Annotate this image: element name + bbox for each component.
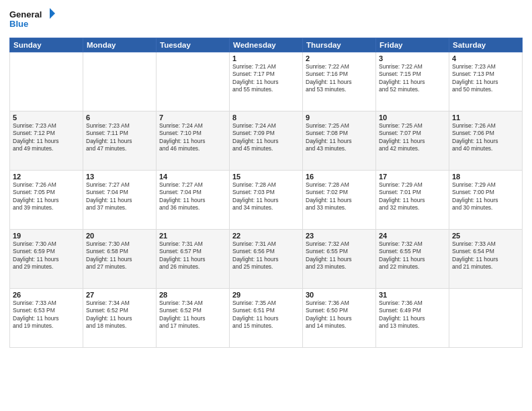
logo: General Blue xyxy=(9,7,56,34)
day-info: Sunrise: 7:23 AM Sunset: 7:13 PM Dayligh… xyxy=(452,63,519,94)
day-number: 18 xyxy=(452,173,519,181)
day-number: 29 xyxy=(232,291,300,299)
day-number: 3 xyxy=(379,54,446,62)
day-info: Sunrise: 7:23 AM Sunset: 7:12 PM Dayligh… xyxy=(13,122,80,153)
calendar-cell: 31Sunrise: 7:36 AM Sunset: 6:49 PM Dayli… xyxy=(376,289,449,348)
day-number: 23 xyxy=(306,232,373,240)
day-number: 5 xyxy=(13,113,80,122)
day-info: Sunrise: 7:25 AM Sunset: 7:08 PM Dayligh… xyxy=(306,122,373,153)
calendar-week-3: 12Sunrise: 7:26 AM Sunset: 7:05 PM Dayli… xyxy=(10,171,523,230)
day-info: Sunrise: 7:29 AM Sunset: 7:00 PM Dayligh… xyxy=(452,181,519,212)
calendar-cell: 16Sunrise: 7:28 AM Sunset: 7:02 PM Dayli… xyxy=(303,171,376,230)
day-number: 28 xyxy=(159,291,226,299)
calendar-cell: 7Sunrise: 7:24 AM Sunset: 7:10 PM Daylig… xyxy=(157,111,230,171)
calendar-cell: 6Sunrise: 7:23 AM Sunset: 7:11 PM Daylig… xyxy=(83,111,157,171)
day-info: Sunrise: 7:22 AM Sunset: 7:15 PM Dayligh… xyxy=(379,63,446,94)
day-number: 10 xyxy=(379,113,446,122)
day-info: Sunrise: 7:33 AM Sunset: 6:53 PM Dayligh… xyxy=(13,300,80,330)
calendar-cell: 9Sunrise: 7:25 AM Sunset: 7:08 PM Daylig… xyxy=(303,111,376,171)
day-info: Sunrise: 7:26 AM Sunset: 7:06 PM Dayligh… xyxy=(452,122,519,153)
calendar-cell: 29Sunrise: 7:35 AM Sunset: 6:51 PM Dayli… xyxy=(230,289,303,348)
day-info: Sunrise: 7:24 AM Sunset: 7:10 PM Dayligh… xyxy=(159,122,226,153)
day-info: Sunrise: 7:33 AM Sunset: 6:54 PM Dayligh… xyxy=(452,240,519,271)
day-info: Sunrise: 7:34 AM Sunset: 6:52 PM Dayligh… xyxy=(159,300,226,330)
calendar-week-5: 26Sunrise: 7:33 AM Sunset: 6:53 PM Dayli… xyxy=(10,289,523,348)
day-number: 7 xyxy=(159,113,226,122)
calendar-week-2: 5Sunrise: 7:23 AM Sunset: 7:12 PM Daylig… xyxy=(10,111,523,171)
calendar-cell xyxy=(157,52,230,111)
calendar: SundayMondayTuesdayWednesdayThursdayFrid… xyxy=(9,38,523,348)
calendar-cell: 13Sunrise: 7:27 AM Sunset: 7:04 PM Dayli… xyxy=(83,171,157,230)
calendar-cell: 24Sunrise: 7:32 AM Sunset: 6:55 PM Dayli… xyxy=(376,230,449,289)
day-info: Sunrise: 7:36 AM Sunset: 6:50 PM Dayligh… xyxy=(306,300,373,330)
calendar-cell: 4Sunrise: 7:23 AM Sunset: 7:13 PM Daylig… xyxy=(449,52,523,111)
calendar-cell: 22Sunrise: 7:31 AM Sunset: 6:56 PM Dayli… xyxy=(230,230,303,289)
calendar-cell: 19Sunrise: 7:30 AM Sunset: 6:59 PM Dayli… xyxy=(10,230,83,289)
day-info: Sunrise: 7:30 AM Sunset: 6:59 PM Dayligh… xyxy=(13,240,80,271)
day-number: 6 xyxy=(86,113,153,122)
day-info: Sunrise: 7:28 AM Sunset: 7:02 PM Dayligh… xyxy=(306,181,373,212)
day-header-monday: Monday xyxy=(83,38,157,52)
day-info: Sunrise: 7:21 AM Sunset: 7:17 PM Dayligh… xyxy=(232,63,300,94)
day-info: Sunrise: 7:35 AM Sunset: 6:51 PM Dayligh… xyxy=(232,300,300,330)
day-header-thursday: Thursday xyxy=(303,38,376,52)
calendar-cell: 23Sunrise: 7:32 AM Sunset: 6:55 PM Dayli… xyxy=(303,230,376,289)
calendar-cell xyxy=(10,52,83,111)
day-number: 16 xyxy=(306,173,373,181)
day-number: 4 xyxy=(452,54,519,62)
calendar-cell: 21Sunrise: 7:31 AM Sunset: 6:57 PM Dayli… xyxy=(157,230,230,289)
calendar-cell: 26Sunrise: 7:33 AM Sunset: 6:53 PM Dayli… xyxy=(10,289,83,348)
calendar-header-row: SundayMondayTuesdayWednesdayThursdayFrid… xyxy=(10,38,523,52)
day-number: 20 xyxy=(86,232,153,240)
day-info: Sunrise: 7:24 AM Sunset: 7:09 PM Dayligh… xyxy=(232,122,300,153)
calendar-cell: 1Sunrise: 7:21 AM Sunset: 7:17 PM Daylig… xyxy=(230,52,303,111)
day-number: 25 xyxy=(452,232,519,240)
day-number: 14 xyxy=(159,173,226,181)
day-number: 11 xyxy=(452,113,519,122)
day-info: Sunrise: 7:22 AM Sunset: 7:16 PM Dayligh… xyxy=(306,63,373,94)
calendar-cell: 11Sunrise: 7:26 AM Sunset: 7:06 PM Dayli… xyxy=(449,111,523,171)
day-number: 13 xyxy=(86,173,153,181)
svg-marker-2 xyxy=(50,8,55,19)
calendar-cell: 5Sunrise: 7:23 AM Sunset: 7:12 PM Daylig… xyxy=(10,111,83,171)
day-number: 17 xyxy=(379,173,446,181)
day-number: 9 xyxy=(306,113,373,122)
day-number: 8 xyxy=(232,113,300,122)
calendar-cell: 3Sunrise: 7:22 AM Sunset: 7:15 PM Daylig… xyxy=(376,52,449,111)
day-header-friday: Friday xyxy=(376,38,449,52)
day-info: Sunrise: 7:36 AM Sunset: 6:49 PM Dayligh… xyxy=(379,300,446,330)
header: General Blue xyxy=(9,7,523,34)
calendar-cell: 8Sunrise: 7:24 AM Sunset: 7:09 PM Daylig… xyxy=(230,111,303,171)
calendar-cell: 25Sunrise: 7:33 AM Sunset: 6:54 PM Dayli… xyxy=(449,230,523,289)
day-info: Sunrise: 7:27 AM Sunset: 7:04 PM Dayligh… xyxy=(159,181,226,212)
day-info: Sunrise: 7:30 AM Sunset: 6:58 PM Dayligh… xyxy=(86,240,153,271)
day-number: 2 xyxy=(306,54,373,62)
day-number: 21 xyxy=(159,232,226,240)
calendar-cell: 2Sunrise: 7:22 AM Sunset: 7:16 PM Daylig… xyxy=(303,52,376,111)
day-number: 19 xyxy=(13,232,80,240)
page: General Blue SundayMondayTuesdayWednesda… xyxy=(0,0,532,411)
calendar-cell: 10Sunrise: 7:25 AM Sunset: 7:07 PM Dayli… xyxy=(376,111,449,171)
day-number: 27 xyxy=(86,291,153,299)
calendar-week-4: 19Sunrise: 7:30 AM Sunset: 6:59 PM Dayli… xyxy=(10,230,523,289)
day-info: Sunrise: 7:32 AM Sunset: 6:55 PM Dayligh… xyxy=(379,240,446,271)
day-info: Sunrise: 7:23 AM Sunset: 7:11 PM Dayligh… xyxy=(86,122,153,153)
day-info: Sunrise: 7:34 AM Sunset: 6:52 PM Dayligh… xyxy=(86,300,153,330)
day-info: Sunrise: 7:25 AM Sunset: 7:07 PM Dayligh… xyxy=(379,122,446,153)
day-number: 26 xyxy=(13,291,80,299)
day-info: Sunrise: 7:26 AM Sunset: 7:05 PM Dayligh… xyxy=(13,181,80,212)
svg-text:General: General xyxy=(9,9,42,19)
day-header-sunday: Sunday xyxy=(10,38,83,52)
day-info: Sunrise: 7:29 AM Sunset: 7:01 PM Dayligh… xyxy=(379,181,446,212)
calendar-cell: 15Sunrise: 7:28 AM Sunset: 7:03 PM Dayli… xyxy=(230,171,303,230)
calendar-cell: 17Sunrise: 7:29 AM Sunset: 7:01 PM Dayli… xyxy=(376,171,449,230)
calendar-week-1: 1Sunrise: 7:21 AM Sunset: 7:17 PM Daylig… xyxy=(10,52,523,111)
day-info: Sunrise: 7:31 AM Sunset: 6:57 PM Dayligh… xyxy=(159,240,226,271)
day-info: Sunrise: 7:31 AM Sunset: 6:56 PM Dayligh… xyxy=(232,240,300,271)
calendar-cell: 27Sunrise: 7:34 AM Sunset: 6:52 PM Dayli… xyxy=(83,289,157,348)
logo-svg: General Blue xyxy=(9,7,56,34)
calendar-cell: 28Sunrise: 7:34 AM Sunset: 6:52 PM Dayli… xyxy=(157,289,230,348)
day-number: 22 xyxy=(232,232,300,240)
day-info: Sunrise: 7:32 AM Sunset: 6:55 PM Dayligh… xyxy=(306,240,373,271)
day-header-wednesday: Wednesday xyxy=(230,38,303,52)
